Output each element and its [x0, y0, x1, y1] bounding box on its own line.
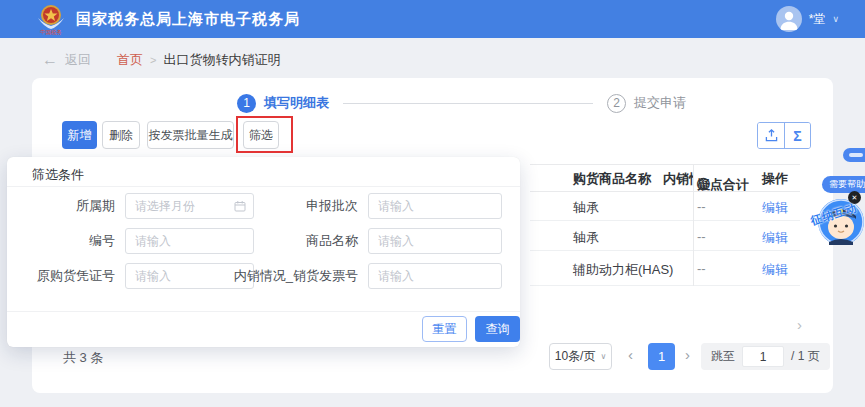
breadcrumb-home-link[interactable]: 首页: [117, 51, 143, 69]
filter-dialog: 筛选条件 所属期 申报批次 编号 商品名称 原购货凭证号 内销情况_销货发票号: [7, 157, 520, 347]
table-scroll-right-icon[interactable]: ›: [797, 316, 802, 333]
reset-button[interactable]: 重置: [422, 316, 467, 342]
page-jump: 跳至 / 1 页: [701, 343, 830, 370]
step-2-circle: 2: [607, 94, 626, 113]
breadcrumb: ← 返回 首页 > 出口货物转内销证明: [42, 51, 280, 69]
field-label-period: 所属期: [7, 193, 115, 219]
sum-button[interactable]: Σ: [784, 123, 810, 148]
invoice-field: [368, 263, 502, 289]
table-row: 辅助动力柜(HAS) -- 编辑: [530, 251, 800, 286]
edit-link[interactable]: 编辑: [762, 229, 788, 247]
assistant-mascot[interactable]: [817, 198, 865, 246]
step-1-label: 填写明细表: [264, 94, 329, 112]
invoice-input[interactable]: [368, 263, 502, 289]
jump-label: 跳至: [711, 348, 735, 365]
cell-product: 轴承: [573, 229, 599, 247]
dialog-title: 筛选条件: [32, 166, 84, 184]
chevron-down-icon: ∨: [600, 352, 606, 361]
edit-link[interactable]: 编辑: [762, 261, 788, 279]
breadcrumb-separator: >: [150, 54, 156, 66]
filter-button[interactable]: 筛选: [243, 121, 279, 149]
add-button[interactable]: 新增: [62, 121, 97, 149]
field-label-product-name: 商品名称: [232, 228, 358, 254]
product-name-input[interactable]: [368, 228, 502, 254]
page: 中国税务 国家税务总局上海市电子税务局 *堂 ∨ ← 返回 首页 > 出口货物转…: [0, 0, 865, 407]
export-button[interactable]: [758, 123, 784, 148]
search-button[interactable]: 查询: [475, 316, 520, 342]
back-arrow-icon[interactable]: ←: [42, 52, 58, 68]
cell-product: 辅助动力柜(HAS): [573, 261, 673, 279]
back-link[interactable]: 返回: [65, 51, 91, 69]
table-tools: Σ: [757, 122, 811, 149]
person-icon: [776, 6, 802, 32]
help-bubble[interactable]: 需要帮助吗?: [822, 176, 865, 193]
cell-doubt: --: [697, 199, 706, 214]
page-title: 国家税务总局上海市电子税务局: [76, 10, 300, 29]
cell-product: 轴承: [573, 199, 599, 217]
current-page-button[interactable]: 1: [648, 343, 675, 370]
field-label-voucher: 原购货凭证号: [7, 263, 115, 289]
batch-generate-button[interactable]: 按发票批量生成: [147, 121, 234, 149]
stepper: 1 填写明细表 2 提交申请: [237, 93, 686, 113]
tax-bureau-emblem-icon: 中国税务: [36, 3, 66, 35]
next-page-icon[interactable]: ›: [685, 347, 690, 362]
export-icon: [765, 129, 778, 142]
step-1-circle: 1: [237, 94, 256, 113]
prev-page-icon[interactable]: ‹: [628, 347, 633, 362]
field-label-batch: 申报批次: [232, 193, 358, 219]
chevron-down-icon: ∨: [832, 14, 839, 24]
edit-link[interactable]: 编辑: [762, 199, 788, 217]
column-header-domestic-sales: 内销情: [663, 170, 693, 188]
divider: [7, 311, 520, 312]
stepper-line: [343, 103, 593, 104]
logo-text: 中国税务: [40, 29, 63, 35]
cell-doubt: --: [697, 261, 706, 276]
cell-doubt: --: [697, 229, 706, 244]
table-row: 轴承 -- 编辑: [530, 191, 800, 221]
step-2-label: 提交申请: [634, 94, 686, 112]
jump-page-input[interactable]: [742, 346, 784, 367]
batch-field: [368, 193, 502, 219]
divider: [7, 186, 520, 187]
user-menu[interactable]: *堂 ∨: [776, 0, 839, 38]
column-header-product: 购货商品名称: [573, 170, 651, 188]
field-label-invoice: 内销情况_销货发票号: [222, 263, 358, 289]
column-header-action: 操作: [762, 170, 788, 188]
table-row: 轴承 -- 编辑: [530, 221, 800, 251]
batch-input[interactable]: [368, 193, 502, 219]
fixed-column-divider: [693, 164, 694, 286]
sigma-icon: Σ: [793, 128, 801, 144]
breadcrumb-current: 出口货物转内销证明: [163, 51, 280, 69]
total-pages: / 1 页: [791, 348, 820, 365]
side-floating-tab[interactable]: [843, 148, 865, 162]
total-count: 共 3 条: [63, 349, 103, 367]
table-header-row: 购货商品名称 内销情 疑点合计ⓘ 操作: [530, 164, 800, 191]
delete-button[interactable]: 删除: [102, 121, 140, 149]
page-size-value: 10条/页: [555, 348, 596, 365]
product-name-field: [368, 228, 502, 254]
page-size-select[interactable]: 10条/页 ∨: [549, 343, 612, 370]
top-bar: 中国税务 国家税务总局上海市电子税务局 *堂 ∨: [0, 0, 865, 38]
user-name: *堂: [809, 11, 826, 28]
field-label-number: 编号: [7, 228, 115, 254]
user-avatar: [776, 6, 802, 32]
close-icon[interactable]: ✕: [848, 191, 861, 204]
